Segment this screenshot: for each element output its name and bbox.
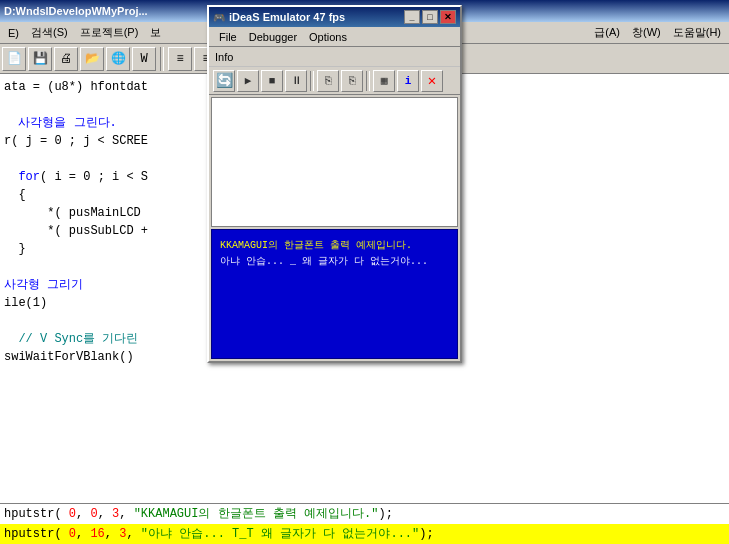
emu-paste-btn[interactable]: ⎘ bbox=[341, 70, 363, 92]
maximize-button[interactable]: □ bbox=[422, 10, 438, 24]
emu-info-btn[interactable]: i bbox=[397, 70, 419, 92]
minimize-button[interactable]: _ bbox=[404, 10, 420, 24]
menu-item-format[interactable]: 급(A) bbox=[588, 23, 626, 42]
toolbar-align-left[interactable]: ≡ bbox=[168, 47, 192, 71]
emulator-title: iDeaS Emulator 47 fps bbox=[229, 11, 345, 23]
menu-item-window[interactable]: 창(W) bbox=[626, 23, 667, 42]
emu-open-btn[interactable]: 🔄 bbox=[213, 70, 235, 92]
menu-item-view[interactable]: 보 bbox=[144, 23, 167, 42]
bottom-code-section: hputstr( 0, 0, 3, "KKAMAGUI의 한글폰트 출력 예제입… bbox=[0, 503, 729, 544]
toolbar-icon5[interactable]: 🌐 bbox=[106, 47, 130, 71]
toolbar-new[interactable]: 📄 bbox=[2, 47, 26, 71]
bottom-line-2: hputstr( 0, 16, 3, "아냐 안습... T_T 왜 글자가 다… bbox=[0, 524, 729, 544]
toolbar-sep1 bbox=[160, 47, 164, 71]
screen-text-1: KKAMAGUI의 한글폰트 출력 예제입니다. bbox=[220, 238, 449, 254]
screen-text-2: 아냐 안습... _ 왜 글자가 다 없는거야... bbox=[220, 254, 449, 270]
toolbar-save[interactable]: 💾 bbox=[28, 47, 52, 71]
code-line-18 bbox=[4, 384, 725, 402]
info-label: Info bbox=[215, 51, 233, 63]
emulator-window: 🎮 iDeaS Emulator 47 fps _ □ ✕ File Debug… bbox=[207, 5, 462, 363]
window-controls: _ □ ✕ bbox=[404, 10, 456, 24]
emu-stop-btn[interactable]: ■ bbox=[261, 70, 283, 92]
emu-play-btn[interactable]: ▶ bbox=[237, 70, 259, 92]
ide-title: D:WndslDevelopWMyProj... bbox=[4, 5, 148, 17]
emulator-titlebar: 🎮 iDeaS Emulator 47 fps _ □ ✕ bbox=[209, 7, 460, 27]
emu-menu-debugger[interactable]: Debugger bbox=[243, 29, 303, 45]
menu-item-search[interactable]: 검색(S) bbox=[25, 23, 74, 42]
bottom-line-1: hputstr( 0, 0, 3, "KKAMAGUI의 한글폰트 출력 예제입… bbox=[0, 504, 729, 524]
menu-item-e[interactable]: E) bbox=[2, 25, 25, 41]
code-line-17 bbox=[4, 366, 725, 384]
emulator-icon: 🎮 bbox=[213, 12, 225, 23]
emu-sep2 bbox=[366, 71, 370, 91]
toolbar-open[interactable]: 📂 bbox=[80, 47, 104, 71]
emulator-screen-top bbox=[211, 97, 458, 227]
emulator-menubar: File Debugger Options bbox=[209, 27, 460, 47]
emu-copy-btn[interactable]: ⎘ bbox=[317, 70, 339, 92]
emu-menu-file[interactable]: File bbox=[213, 29, 243, 45]
emu-menu-options[interactable]: Options bbox=[303, 29, 353, 45]
emu-grid-btn[interactable]: ▦ bbox=[373, 70, 395, 92]
emulator-toolbar: 🔄 ▶ ■ ⏸ ⎘ ⎘ ▦ i ✕ bbox=[209, 67, 460, 95]
emulator-info-bar: Info bbox=[209, 47, 460, 67]
toolbar-icon6[interactable]: W bbox=[132, 47, 156, 71]
close-button[interactable]: ✕ bbox=[440, 10, 456, 24]
menu-item-project[interactable]: 프로젝트(P) bbox=[74, 23, 145, 42]
menu-item-help[interactable]: 도움말(H) bbox=[667, 23, 727, 42]
emu-sep1 bbox=[310, 71, 314, 91]
emu-pause-btn[interactable]: ⏸ bbox=[285, 70, 307, 92]
emulator-screen-bottom: KKAMAGUI의 한글폰트 출력 예제입니다. 아냐 안습... _ 왜 글자… bbox=[211, 229, 458, 359]
toolbar-print[interactable]: 🖨 bbox=[54, 47, 78, 71]
emu-close-btn[interactable]: ✕ bbox=[421, 70, 443, 92]
